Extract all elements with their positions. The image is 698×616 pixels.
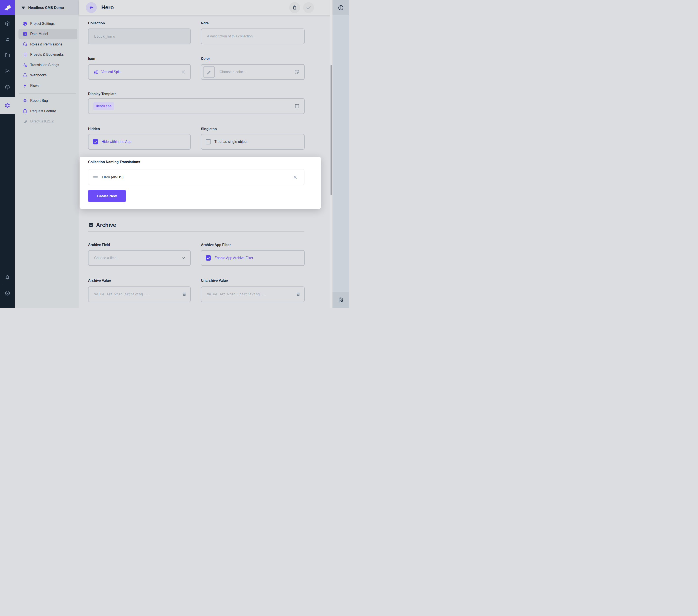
- bolt-icon: [23, 83, 28, 88]
- shield-user-icon: [23, 42, 28, 47]
- archive-app-filter-label: Archive App Filter: [201, 243, 231, 247]
- sidebar-item-data-model[interactable]: Data Model: [18, 29, 78, 39]
- sidebar-item-report-bug[interactable]: Report Bug: [18, 96, 78, 106]
- clipboard-clock-icon: [338, 297, 344, 303]
- singleton-checkbox-label: Treat as single object: [214, 140, 247, 144]
- trash-icon: [292, 5, 297, 10]
- note-input[interactable]: A description of this collection...: [201, 28, 305, 44]
- scrollbar-track[interactable]: [330, 0, 333, 308]
- sidebar-item-roles-permissions[interactable]: Roles & Permissions: [18, 39, 78, 50]
- main-header: Hero: [79, 0, 330, 15]
- color-label: Color: [201, 57, 210, 61]
- create-new-button[interactable]: Create New: [88, 190, 126, 202]
- icon-select[interactable]: Vertical Split: [88, 64, 191, 80]
- chevron-down-icon: [181, 255, 186, 261]
- archive-down-icon: [182, 292, 187, 297]
- insights-module-icon[interactable]: [0, 68, 15, 74]
- sidebar-item-request-feature[interactable]: Request Feature: [18, 106, 78, 117]
- delete-button[interactable]: [289, 2, 300, 13]
- hidden-label: Hidden: [88, 127, 100, 131]
- archive-app-filter-checkbox-label: Enable App Archive Filter: [214, 256, 253, 260]
- sidebar-item-label: Project Settings: [30, 22, 55, 26]
- project-status-icon: [20, 5, 26, 11]
- files-module-icon[interactable]: [0, 52, 15, 58]
- archive-value-placeholder: Value set when archiving...: [94, 292, 149, 296]
- back-button[interactable]: [86, 2, 97, 13]
- unarchive-value-label: Unarchive Value: [201, 279, 228, 283]
- sidebar-item-label: Flows: [30, 84, 39, 88]
- vertical-split-icon: [93, 69, 99, 75]
- account-icon[interactable]: [0, 290, 15, 296]
- save-button[interactable]: [303, 2, 314, 13]
- rabbit-logo-icon: [2, 3, 12, 13]
- page-title: Hero: [101, 4, 114, 11]
- singleton-toggle[interactable]: Treat as single object: [201, 134, 305, 150]
- display-template-input[interactable]: Headline: [88, 98, 305, 114]
- add-box-icon[interactable]: [294, 103, 300, 109]
- info-icon: [338, 5, 344, 11]
- template-field-chip[interactable]: Headline: [93, 102, 114, 110]
- archive-field-select[interactable]: Choose a field...: [88, 250, 191, 266]
- settings-nav-sidebar: Headless CMS Demo Project Settings Data …: [15, 0, 79, 308]
- sidebar-item-webhooks[interactable]: Webhooks: [18, 70, 78, 81]
- remove-translation-icon[interactable]: [293, 175, 298, 180]
- settings-module-icon[interactable]: [0, 102, 15, 109]
- bug-icon: [23, 98, 28, 103]
- info-sidebar-button[interactable]: [333, 0, 349, 15]
- archive-value-input[interactable]: Value set when archiving...: [88, 286, 191, 302]
- palette-icon: [294, 69, 300, 75]
- archive-heading-text: Archive: [96, 222, 116, 228]
- sidebar-item-label: Request Feature: [30, 109, 56, 113]
- sidebar-item-label: Roles & Permissions: [30, 42, 62, 46]
- checkbox-unchecked-icon[interactable]: [206, 139, 211, 145]
- sidebar-item-project-settings[interactable]: Project Settings: [18, 18, 78, 29]
- users-module-icon[interactable]: [0, 37, 15, 42]
- hidden-toggle[interactable]: Hide within the App: [88, 134, 191, 150]
- archive-app-filter-toggle[interactable]: Enable App Archive Filter: [201, 250, 305, 266]
- sidebar-item-presets-bookmarks[interactable]: Presets & Bookmarks: [18, 50, 78, 60]
- collection-label: Collection: [88, 21, 105, 25]
- content-module-icon[interactable]: [0, 21, 15, 27]
- checkbox-checked-icon[interactable]: [93, 139, 98, 145]
- sidebar-item-label: Report Bug: [30, 99, 48, 102]
- docs-module-icon[interactable]: [0, 84, 15, 90]
- eyedropper-icon: [207, 70, 211, 74]
- note-placeholder: A description of this collection...: [207, 35, 255, 38]
- color-swatch-button[interactable]: [203, 66, 215, 78]
- clear-icon[interactable]: [181, 70, 186, 74]
- icon-label: Icon: [88, 57, 95, 61]
- module-bar: [0, 0, 15, 308]
- bookmark-icon: [23, 52, 28, 57]
- sidebar-item-version: Directus 9.21.2: [18, 117, 78, 127]
- checkbox-checked-icon[interactable]: [206, 255, 211, 261]
- notifications-icon[interactable]: [0, 274, 15, 280]
- hidden-checkbox-label: Hide within the App: [101, 140, 131, 144]
- anchor-icon: [23, 73, 28, 78]
- sidebar-item-flows[interactable]: Flows: [18, 81, 78, 91]
- translations-heading: Collection Naming Translations: [88, 160, 140, 164]
- display-template-label: Display Template: [88, 92, 116, 96]
- sidebar-item-label: Translation Strings: [30, 63, 59, 67]
- icon-value: Vertical Split: [101, 70, 121, 74]
- divider: [19, 93, 76, 94]
- color-placeholder: Choose a color...: [220, 70, 246, 74]
- archive-field-label: Archive Field: [88, 243, 110, 247]
- rabbit-small-icon: [23, 119, 28, 124]
- revisions-sidebar-button[interactable]: [333, 292, 349, 308]
- data-model-icon: [23, 31, 28, 37]
- translation-row[interactable]: Hero (en-US): [88, 169, 304, 185]
- project-header[interactable]: Headless CMS Demo: [15, 0, 79, 15]
- archive-field-placeholder: Choose a field...: [94, 256, 120, 260]
- logo-button[interactable]: [0, 0, 15, 15]
- color-input[interactable]: Choose a color...: [201, 64, 305, 80]
- unarchive-value-input[interactable]: Value set when unarchiving...: [201, 286, 305, 302]
- globe-icon: [23, 21, 28, 26]
- scrollbar-thumb[interactable]: [331, 65, 332, 195]
- collection-input: block_hero: [88, 28, 191, 44]
- sidebar-item-label: Data Model: [30, 32, 48, 36]
- sidebar-item-translation-strings[interactable]: Translation Strings: [18, 60, 78, 70]
- version-label: Directus 9.21.2: [30, 120, 54, 123]
- drag-handle-icon[interactable]: [93, 176, 98, 179]
- right-sidebar: [333, 0, 349, 308]
- translation-value: Hero (en-US): [102, 175, 124, 179]
